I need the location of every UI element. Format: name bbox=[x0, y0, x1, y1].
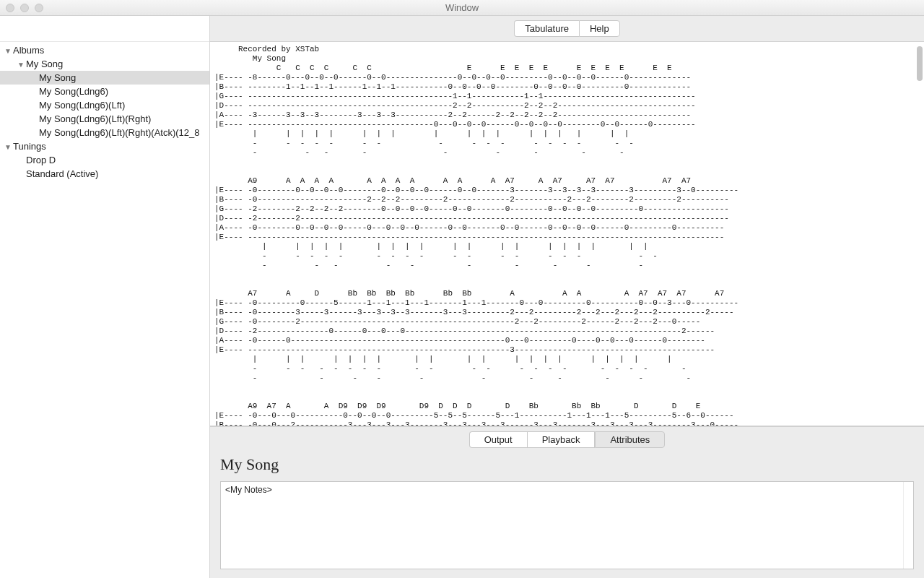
main-panel: Tabulature Help Recorded by XSTab My Son… bbox=[210, 16, 924, 578]
window-title: Window bbox=[0, 2, 924, 13]
tab-attributes[interactable]: Attributes bbox=[595, 431, 665, 448]
tab-help[interactable]: Help bbox=[579, 20, 620, 37]
tree-row[interactable]: My Song(Ldng6)(Lft)(Rght) bbox=[0, 112, 209, 126]
tree-row[interactable]: My Song(Ldng6)(Lft)(Rght)(Atck)(12_8 bbox=[0, 126, 209, 139]
tree-row-label: My Song(Ldng6)(Lft)(Rght) bbox=[39, 113, 151, 124]
tree-row-label: My Song bbox=[39, 72, 76, 83]
zoom-icon[interactable] bbox=[35, 4, 43, 12]
disclosure-triangle-icon[interactable]: ▼ bbox=[17, 58, 25, 71]
tab-playback[interactable]: Playback bbox=[527, 431, 596, 448]
tab-tabulature[interactable]: Tabulature bbox=[514, 20, 579, 37]
notes-textarea[interactable]: <My Notes> bbox=[220, 481, 914, 569]
bottom-panel: Output Playback Attributes My Song <My N… bbox=[210, 426, 924, 578]
top-toolbar: Tabulature Help bbox=[210, 16, 924, 42]
tabulature-view[interactable]: Recorded by XSTab My Song C C C C C C E … bbox=[210, 42, 924, 426]
tree-row-label: Standard (Active) bbox=[26, 168, 98, 179]
tree-row[interactable]: Standard (Active) bbox=[0, 167, 209, 181]
tree-row-label: My Song(Ldng6)(Lft)(Rght)(Atck)(12_8 bbox=[39, 127, 200, 138]
tree-row-label: Albums bbox=[13, 45, 44, 56]
tree-row[interactable]: Drop D bbox=[0, 153, 209, 167]
tree-row[interactable]: My Song(Ldng6) bbox=[0, 85, 209, 98]
tree-row-label: Tunings bbox=[13, 141, 46, 152]
tab-output[interactable]: Output bbox=[469, 431, 527, 448]
top-segmented-control[interactable]: Tabulature Help bbox=[514, 20, 619, 37]
tree-row-label: Drop D bbox=[26, 155, 56, 165]
tree-row[interactable]: My Song(Ldng6)(Lft) bbox=[0, 98, 209, 112]
titlebar: Window bbox=[0, 0, 924, 16]
disclosure-triangle-icon[interactable]: ▼ bbox=[4, 44, 12, 57]
tree-row-label: My Song bbox=[26, 59, 63, 69]
tree-row-label: My Song(Ldng6)(Lft) bbox=[39, 100, 125, 111]
source-list[interactable]: ▼Albums▼My Song My Song My Song(Ldng6) M… bbox=[0, 42, 209, 181]
scrollbar-thumb[interactable] bbox=[917, 46, 923, 81]
notes-scrollbar[interactable] bbox=[903, 482, 913, 569]
window-controls bbox=[6, 4, 43, 12]
tree-row[interactable]: ▼My Song bbox=[0, 57, 209, 71]
tab-text: Recorded by XSTab My Song C C C C C C E … bbox=[210, 42, 924, 426]
song-title: My Song bbox=[220, 455, 914, 474]
tree-row[interactable]: My Song bbox=[0, 71, 209, 85]
tree-row[interactable]: ▼Tunings bbox=[0, 139, 209, 153]
disclosure-triangle-icon[interactable]: ▼ bbox=[4, 140, 12, 153]
tree-row[interactable]: ▼Albums bbox=[0, 43, 209, 57]
sidebar: ▼Albums▼My Song My Song My Song(Ldng6) M… bbox=[0, 16, 210, 578]
bottom-segmented-control[interactable]: Output Playback Attributes bbox=[469, 431, 666, 448]
notes-text: <My Notes> bbox=[225, 485, 272, 495]
close-icon[interactable] bbox=[6, 4, 14, 12]
tree-row-label: My Song(Ldng6) bbox=[39, 86, 108, 97]
minimize-icon[interactable] bbox=[20, 4, 29, 12]
